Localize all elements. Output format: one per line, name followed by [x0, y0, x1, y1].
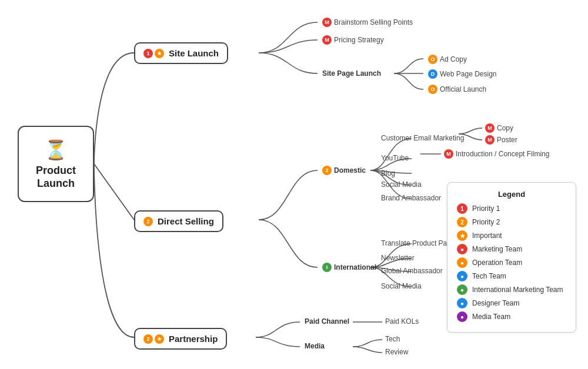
- legend-intl: ● International Marketing Team: [457, 284, 566, 295]
- social-media-domestic-node: Social Media: [381, 180, 422, 189]
- legend-media: ● Media Team: [457, 311, 566, 322]
- paid-kols-node: Paid KOLs: [385, 317, 419, 326]
- legend-marketing: ● Marketing Team: [457, 244, 566, 254]
- site-launch-box: 1 ★ Site Launch: [134, 42, 228, 64]
- designer-badge: ●: [457, 298, 467, 308]
- brainstorm-node: M Brainstorm Selling Points: [322, 18, 413, 27]
- legend-priority2: 2 Priority 2: [457, 217, 566, 227]
- social-media-intl-node: Social Media: [381, 282, 422, 290]
- partnership-label: Partnership: [169, 334, 218, 344]
- important-icon: ★: [155, 49, 164, 58]
- legend-important: ★ Important: [457, 230, 566, 241]
- marketing-badge: ●: [457, 244, 467, 254]
- translate-node: Translate Product Page: [381, 239, 455, 247]
- direct-selling-label: Direct Selling: [158, 216, 214, 226]
- pricing-node: M Pricing Strategy: [322, 35, 384, 45]
- international-node: I International: [322, 263, 376, 272]
- legend-priority1: 1 Priority 1: [457, 203, 566, 214]
- direct-selling-box: 2 Direct Selling: [134, 210, 223, 232]
- global-ambassador-node: Global Ambassador: [381, 267, 443, 275]
- legend-tech: ● Tech Team: [457, 271, 566, 281]
- priority1-badge: 1: [457, 203, 467, 214]
- priority2-icon: 2: [143, 217, 153, 226]
- blog-node: Blog: [381, 169, 395, 177]
- review-node: Review: [385, 348, 408, 356]
- tech-badge: ●: [457, 271, 467, 281]
- site-page-launch-node: Site Page Launch: [322, 69, 381, 78]
- site-launch-label: Site Launch: [169, 48, 219, 58]
- official-launch-node: O Official Launch: [428, 85, 486, 94]
- priority1-icon: 1: [143, 49, 153, 58]
- tech-node: Tech: [385, 335, 400, 343]
- priority2-badge: 2: [457, 217, 467, 227]
- web-page-design-node: D Web Page Design: [428, 69, 497, 79]
- media-node: Media: [305, 342, 325, 350]
- partnership-box: 2 ★ Partnership: [134, 328, 227, 350]
- brand-ambassador-node: Brand Ambassador: [381, 194, 441, 202]
- poster-node: M Poster: [485, 135, 517, 145]
- intl-badge: ●: [457, 284, 467, 295]
- media-badge: ●: [457, 311, 467, 322]
- legend-panel: Legend 1 Priority 1 2 Priority 2 ★ Impor…: [447, 182, 576, 333]
- newsletter-node: Newsletter: [381, 254, 415, 262]
- domestic-node: 2 Domestic: [322, 166, 366, 175]
- customer-email-node: Customer Email Marketing: [381, 134, 464, 142]
- legend-operation: ● Operation Team: [457, 257, 566, 268]
- important-badge: ★: [457, 230, 467, 241]
- paid-channel-node: Paid Channel: [305, 317, 349, 326]
- copy-node: M Copy: [485, 123, 513, 133]
- legend-designer: ● Designer Team: [457, 298, 566, 308]
- intro-filming-node: M Introduction / Concept Filming: [444, 149, 549, 159]
- operation-badge: ●: [457, 257, 467, 268]
- legend-title: Legend: [457, 190, 566, 199]
- ad-copy-node: O Ad Copy: [428, 55, 467, 64]
- youtube-node: YouTube: [381, 154, 409, 162]
